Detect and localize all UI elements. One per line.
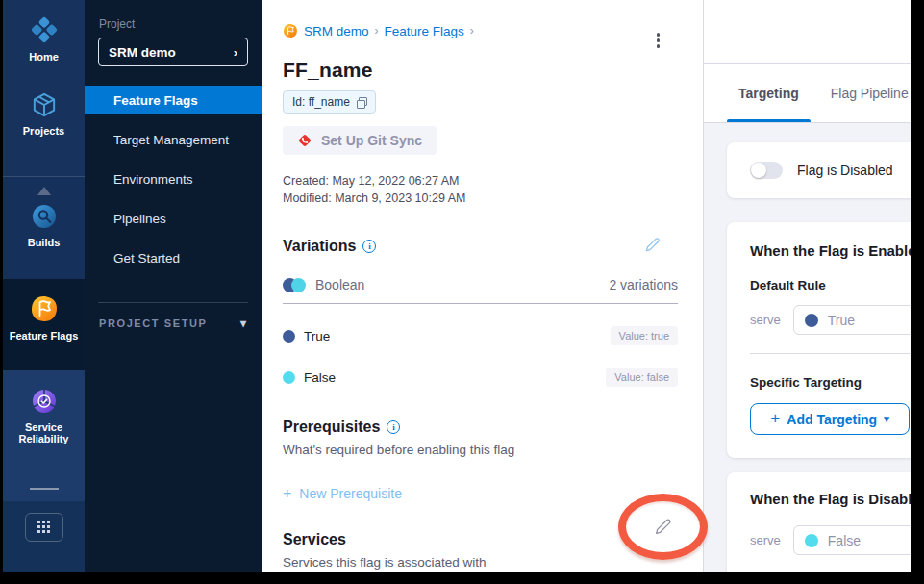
prerequisites-description: What's required before enabling this fla… <box>283 443 678 457</box>
sidebar-item-environments[interactable]: Environments <box>85 165 262 193</box>
feature-flags-icon <box>30 294 59 323</box>
breadcrumb-section-link[interactable]: Feature Flags <box>385 24 464 38</box>
sidebar-item-get-started[interactable]: Get Started <box>85 243 262 272</box>
enabled-card-heading: When the Flag is Enabled <box>750 242 911 259</box>
prerequisites-heading: Prerequisites <box>283 419 380 436</box>
rail-item-builds[interactable]: Builds <box>3 203 85 248</box>
chevron-down-icon: ▾ <box>884 413 889 425</box>
false-variation-dot <box>805 534 818 547</box>
variation-name: False <box>304 370 336 385</box>
panel-content: Flag is Disabled When the Flag is Enable… <box>704 123 911 572</box>
panel-tabs: Targeting Flag Pipeline <box>704 64 911 123</box>
divider <box>750 353 911 354</box>
git-sync-label: Set Up Git Sync <box>321 133 422 148</box>
sidebar-item-feature-flags[interactable]: Feature Flags <box>85 86 262 114</box>
variation-row-false: False Value: false <box>283 368 678 387</box>
flag-enabled-toggle[interactable] <box>750 162 783 179</box>
add-targeting-button[interactable]: + Add Targeting ▾ <box>750 403 910 435</box>
variation-type-row: Boolean 2 variations <box>283 277 678 292</box>
breadcrumb: SRM demo › Feature Flags › <box>283 23 678 38</box>
new-prerequisite-button[interactable]: + New Prerequisite <box>283 486 402 501</box>
variation-value-badge: Value: false <box>606 368 678 387</box>
rail-item-label: Service Reliability <box>3 421 85 444</box>
sidebar-nav: Feature Flags Target Management Environm… <box>85 86 262 283</box>
add-targeting-label: Add Targeting <box>787 412 877 427</box>
serve-label: serve <box>750 313 781 327</box>
more-options-button[interactable] <box>653 29 664 52</box>
rail-item-label: Projects <box>23 125 64 137</box>
tab-targeting[interactable]: Targeting <box>738 64 799 122</box>
flag-state-card: Flag is Disabled <box>727 142 911 198</box>
specific-targeting-label: Specific Targeting <box>750 375 911 390</box>
selected-variation: True <box>828 313 855 328</box>
boolean-type-icon <box>283 278 306 292</box>
project-sidebar: Project SRM demo › Feature Flags Target … <box>85 0 262 572</box>
true-variation-dot <box>283 330 295 343</box>
divider <box>283 303 678 304</box>
project-selector[interactable]: SRM demo › <box>98 38 248 66</box>
sidebar-divider <box>98 302 248 303</box>
flag-id-chip[interactable]: Id: ff_name <box>283 90 376 114</box>
rail-item-service-reliability[interactable]: Service Reliability <box>3 388 85 444</box>
rail-section-builds: Builds <box>3 176 85 279</box>
rail-section-service-reliability: Service Reliability <box>3 370 85 501</box>
rail-item-projects[interactable]: Projects <box>3 91 85 137</box>
variation-value-badge: Value: true <box>611 326 678 345</box>
default-on-variation-select[interactable]: True <box>793 305 911 335</box>
enabled-rules-card: When the Flag is Enabled Default Rule se… <box>727 222 911 458</box>
disabled-rules-card: When the Flag is Disabled serve False <box>727 472 911 572</box>
rail-item-label: Builds <box>28 237 61 248</box>
rail-item-label: Home <box>29 51 59 63</box>
breadcrumb-project-link[interactable]: SRM demo <box>304 24 369 38</box>
plus-icon: + <box>283 487 291 500</box>
panel-top-strip <box>704 0 911 64</box>
project-setup-label: PROJECT SETUP <box>99 317 208 329</box>
edit-variations-icon[interactable] <box>644 236 662 253</box>
git-sync-button[interactable]: Set Up Git Sync <box>283 126 437 155</box>
selected-variation: False <box>828 533 861 548</box>
created-date: Created: May 12, 2022 06:27 AM <box>283 172 678 190</box>
rail-item-feature-flags[interactable]: Feature Flags <box>3 294 85 342</box>
projects-icon <box>31 91 58 118</box>
rail-section-bottom <box>3 501 85 572</box>
service-reliability-icon <box>31 388 58 415</box>
sidebar-item-target-management[interactable]: Target Management <box>85 125 262 154</box>
flag-title: FF_name <box>283 59 678 82</box>
disabled-card-heading: When the Flag is Disabled <box>750 491 911 507</box>
project-name: SRM demo <box>109 45 176 60</box>
module-rail: Home Projects Builds <box>3 0 85 572</box>
app-grid-button[interactable] <box>25 513 63 542</box>
chevron-right-icon: › <box>234 45 237 60</box>
sidebar-item-pipelines[interactable]: Pipelines <box>85 204 262 233</box>
copy-icon[interactable] <box>357 97 366 107</box>
true-variation-dot <box>805 314 818 327</box>
plus-icon: + <box>770 409 780 428</box>
services-description: Services this flag is associated with <box>283 555 678 570</box>
variation-name: True <box>304 329 330 343</box>
variation-row-true: True Value: true <box>283 326 678 345</box>
builds-icon <box>31 203 58 230</box>
home-icon <box>30 15 59 44</box>
rail-item-label: Feature Flags <box>10 330 79 342</box>
grid-icon <box>37 521 51 534</box>
info-icon[interactable]: i <box>387 420 400 434</box>
git-sync-icon <box>297 133 312 148</box>
rail-item-home[interactable]: Home <box>3 15 85 63</box>
flag-state-label: Flag is Disabled <box>797 163 893 178</box>
flag-id-label: Id: ff_name <box>292 95 350 109</box>
modified-date: Modified: March 9, 2023 10:29 AM <box>283 190 678 207</box>
edit-services-icon[interactable] <box>654 517 673 536</box>
project-setup-toggle[interactable]: PROJECT SETUP ▾ <box>85 317 262 330</box>
chevron-down-icon: ▾ <box>240 317 246 330</box>
flag-detail-main: SRM demo › Feature Flags › FF_name Id: f… <box>262 0 703 572</box>
collapse-up-icon[interactable] <box>37 187 51 195</box>
chevron-separator-icon: › <box>470 24 474 38</box>
false-variation-dot <box>283 371 295 384</box>
info-icon[interactable]: i <box>362 240 376 253</box>
default-rule-label: Default Rule <box>750 278 911 292</box>
services-heading: Services <box>283 531 346 548</box>
default-off-variation-select[interactable]: False <box>793 525 911 555</box>
new-prerequisite-label: New Prerequisite <box>299 486 402 501</box>
serve-label: serve <box>750 533 781 547</box>
tab-flag-pipeline[interactable]: Flag Pipeline <box>831 64 909 122</box>
